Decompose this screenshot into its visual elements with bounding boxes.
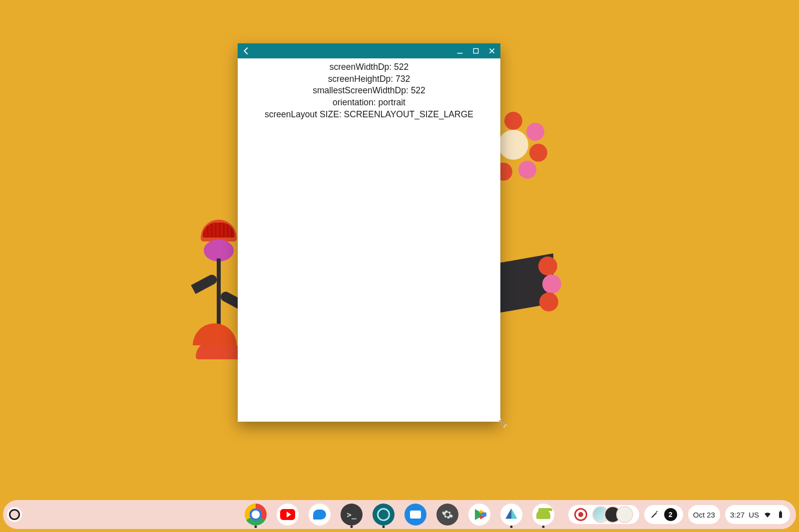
screen-record-icon[interactable]: [574, 508, 587, 521]
config-value: 522: [411, 85, 425, 95]
shelf: 2 Oct 23 3:27 US: [3, 500, 796, 529]
messages-icon[interactable]: [309, 504, 331, 526]
notification-badge[interactable]: 2: [664, 508, 677, 521]
terminal-icon[interactable]: [341, 504, 363, 526]
window-content: screenWidthDp522 screenHeightDp732 small…: [238, 58, 500, 120]
stylus-icon[interactable]: [650, 510, 659, 519]
close-button[interactable]: [487, 46, 496, 55]
config-label: screenWidthDp: [330, 62, 394, 72]
keyboard-layout-text: US: [749, 511, 759, 519]
config-label: orientation: [333, 97, 378, 107]
android-studio-icon[interactable]: [500, 504, 522, 526]
wifi-icon: [763, 510, 772, 519]
avatar-stack[interactable]: [592, 506, 633, 523]
settings-icon[interactable]: [436, 504, 458, 526]
avatar-icon[interactable]: [616, 506, 633, 523]
play-store-icon[interactable]: [468, 504, 490, 526]
svg-rect-6: [780, 511, 782, 512]
shelf-tray: 2 Oct 23 3:27 US: [568, 505, 790, 524]
config-value: SCREENLAYOUT_SIZE_LARGE: [344, 109, 473, 119]
youtube-icon[interactable]: [277, 504, 299, 526]
resize-cursor-icon: [497, 418, 507, 428]
minimize-button[interactable]: [455, 46, 464, 55]
status-pill[interactable]: 3:27 US: [725, 505, 790, 524]
app-window[interactable]: screenWidthDp522 screenHeightDp732 small…: [238, 43, 500, 422]
android-emulator-icon[interactable]: [532, 504, 554, 526]
maximize-button[interactable]: [471, 46, 480, 55]
teal-app-icon[interactable]: [373, 504, 395, 526]
tray-tools-group: 2: [644, 505, 683, 524]
config-line: screenWidthDp522: [238, 61, 500, 73]
config-value: 522: [394, 62, 408, 72]
time-text: 3:27: [730, 511, 745, 519]
chrome-icon[interactable]: [245, 504, 267, 526]
wallpaper-decoration: [193, 323, 237, 345]
config-line: screenLayout SIZESCREENLAYOUT_SIZE_LARGE: [238, 109, 500, 121]
back-button[interactable]: [242, 46, 251, 55]
config-label: screenLayout SIZE: [265, 109, 344, 119]
tray-recording-group: [568, 505, 639, 524]
config-value: 732: [396, 74, 410, 84]
date-pill[interactable]: Oct 23: [688, 505, 720, 524]
date-text: Oct 23: [693, 511, 715, 519]
svg-rect-5: [779, 512, 782, 518]
svg-rect-1: [473, 48, 478, 53]
config-value: portrait: [379, 97, 405, 107]
notification-count: 2: [669, 511, 673, 519]
window-titlebar[interactable]: [238, 43, 500, 58]
config-line: orientationportrait: [238, 97, 500, 109]
config-line: smallestScreenWidthDp522: [238, 85, 500, 97]
svg-marker-4: [498, 419, 507, 428]
config-label: smallestScreenWidthDp: [313, 85, 410, 95]
shelf-apps: [245, 504, 554, 526]
config-label: screenHeightDp: [328, 74, 396, 84]
launcher-button[interactable]: [9, 509, 20, 520]
files-icon[interactable]: [404, 504, 426, 526]
battery-icon: [776, 510, 785, 519]
config-line: screenHeightDp732: [238, 73, 500, 85]
